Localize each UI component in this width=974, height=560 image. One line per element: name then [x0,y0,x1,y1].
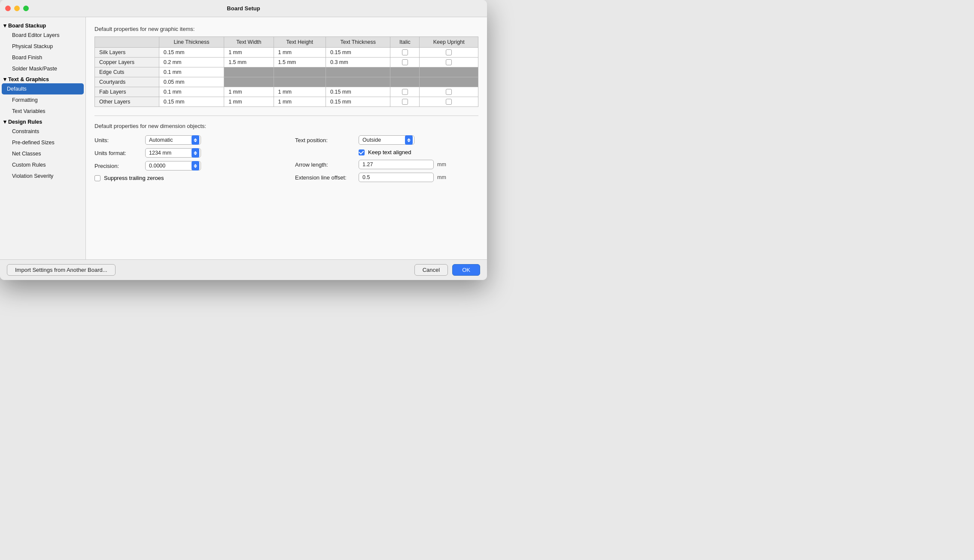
sidebar-item-net-classes[interactable]: Net Classes [0,148,85,159]
cell-copper-th[interactable]: 1.5 mm [274,58,326,67]
cell-silk-th[interactable]: 1 mm [274,48,326,58]
col-header-text-height: Text Height [274,37,326,48]
cell-copper-tt[interactable]: 0.3 mm [326,58,390,67]
cell-edge-ku-disabled [420,67,478,77]
sidebar-item-board-finish[interactable]: Board Finish [0,52,85,63]
cell-silk-italic[interactable] [390,48,420,58]
keep-upright-checkbox[interactable] [446,49,452,55]
bottom-bar: Import Settings from Another Board... Ca… [0,259,487,280]
cell-courtyards-tt-disabled [326,77,390,87]
title-bar: Board Setup [0,0,487,17]
keep-text-aligned-label: Keep text aligned [368,149,411,155]
sidebar-item-formatting[interactable]: Formatting [0,94,85,106]
arrow-length-input[interactable] [359,160,434,169]
cell-courtyards-italic-disabled [390,77,420,87]
cell-other-tt[interactable]: 0.15 mm [326,97,390,107]
sidebar-item-custom-rules[interactable]: Custom Rules [0,159,85,170]
row-label-copper: Copper Layers [95,58,159,67]
col-header-keep-upright: Keep Upright [420,37,478,48]
sidebar-item-defaults[interactable]: Defaults [2,83,84,94]
sidebar-item-violation-severity[interactable]: Violation Severity [0,170,85,182]
cell-other-th[interactable]: 1 mm [274,97,326,107]
keep-upright-checkbox[interactable] [446,89,452,95]
left-column: Units: Automatic Units format: [94,135,278,182]
suppress-trailing-zeroes-checkbox[interactable] [94,175,100,181]
sidebar-item-physical-stackup[interactable]: Physical Stackup [0,41,85,52]
minimize-button[interactable] [14,6,20,11]
close-button[interactable] [5,6,11,11]
row-label-courtyards: Courtyards [95,77,159,87]
main-container: ▾ Board Stackup Board Editor Layers Phys… [0,17,487,259]
cell-fab-ku[interactable] [420,87,478,97]
keep-upright-checkbox[interactable] [446,99,452,105]
units-format-row: Units format: 1234 mm [94,148,278,158]
units-select-wrapper[interactable]: Automatic [145,135,201,145]
action-buttons: Cancel OK [414,264,480,276]
arrow-length-label: Arrow length: [295,161,355,168]
text-position-select-wrapper[interactable]: Outside [359,135,414,145]
ok-button[interactable]: OK [452,264,480,276]
cell-courtyards-th-disabled [274,77,326,87]
units-format-select[interactable]: 1234 mm [145,148,201,158]
maximize-button[interactable] [23,6,29,11]
cell-courtyards-tw-disabled [224,77,274,87]
keep-text-aligned-checkbox[interactable] [359,149,365,155]
col-header-italic: Italic [390,37,420,48]
italic-checkbox[interactable] [402,89,408,95]
row-label-other: Other Layers [95,97,159,107]
cell-fab-italic[interactable] [390,87,420,97]
extension-line-offset-row: Extension line offset: mm [295,173,478,182]
precision-select-wrapper[interactable]: 0.0000 [145,161,201,170]
cell-other-ku[interactable] [420,97,478,107]
table-row: Fab Layers 0.1 mm 1 mm 1 mm 0.15 mm [95,87,478,97]
italic-checkbox[interactable] [402,49,408,55]
sidebar-item-solder-mask-paste[interactable]: Solder Mask/Paste [0,63,85,74]
cell-silk-lt[interactable]: 0.15 mm [159,48,224,58]
cell-fab-lt[interactable]: 0.1 mm [159,87,224,97]
table-row: Courtyards 0.05 mm [95,77,478,87]
keep-upright-checkbox[interactable] [446,59,452,65]
italic-checkbox[interactable] [402,99,408,105]
cell-copper-ku[interactable] [420,58,478,67]
cell-other-tw[interactable]: 1 mm [224,97,274,107]
cell-copper-tw[interactable]: 1.5 mm [224,58,274,67]
cell-silk-ku[interactable] [420,48,478,58]
window-controls[interactable] [5,6,29,11]
sidebar-item-predefined-sizes[interactable]: Pre-defined Sizes [0,137,85,148]
precision-select[interactable]: 0.0000 [145,161,201,170]
cell-silk-tt[interactable]: 0.15 mm [326,48,390,58]
sidebar-item-constraints[interactable]: Constraints [0,126,85,137]
extension-line-offset-input[interactable] [359,173,434,182]
units-select[interactable]: Automatic [145,135,201,145]
text-position-row: Text position: Outside [295,135,478,145]
text-position-select[interactable]: Outside [359,135,414,145]
graphic-section-title: Default properties for new graphic items… [94,26,478,32]
sidebar-group-text-graphics[interactable]: ▾ Text & Graphics [0,74,85,83]
sidebar-group-design-rules[interactable]: ▾ Design Rules [0,117,85,126]
cell-fab-th[interactable]: 1 mm [274,87,326,97]
units-format-select-wrapper[interactable]: 1234 mm [145,148,201,158]
import-button[interactable]: Import Settings from Another Board... [7,264,116,276]
cell-fab-tt[interactable]: 0.15 mm [326,87,390,97]
cell-copper-lt[interactable]: 0.2 mm [159,58,224,67]
italic-checkbox[interactable] [402,59,408,65]
cell-other-italic[interactable] [390,97,420,107]
cell-other-lt[interactable]: 0.15 mm [159,97,224,107]
row-label-edge-cuts: Edge Cuts [95,67,159,77]
cell-copper-italic[interactable] [390,58,420,67]
sidebar-item-board-editor-layers[interactable]: Board Editor Layers [0,30,85,41]
cell-silk-tw[interactable]: 1 mm [224,48,274,58]
sidebar-group-board-stackup[interactable]: ▾ Board Stackup [0,21,85,30]
cancel-button[interactable]: Cancel [414,264,448,276]
table-row: Other Layers 0.15 mm 1 mm 1 mm 0.15 mm [95,97,478,107]
extension-line-offset-label: Extension line offset: [295,174,355,181]
cell-edge-tw-disabled [224,67,274,77]
cell-courtyards-lt[interactable]: 0.05 mm [159,77,224,87]
table-row: Edge Cuts 0.1 mm [95,67,478,77]
properties-table: Line Thickness Text Width Text Height Te… [94,37,478,107]
cell-edge-lt[interactable]: 0.1 mm [159,67,224,77]
arrow-length-unit: mm [437,161,446,167]
col-header-row-label [95,37,159,48]
sidebar-item-text-variables[interactable]: Text Variables [0,106,85,117]
cell-fab-tw[interactable]: 1 mm [224,87,274,97]
